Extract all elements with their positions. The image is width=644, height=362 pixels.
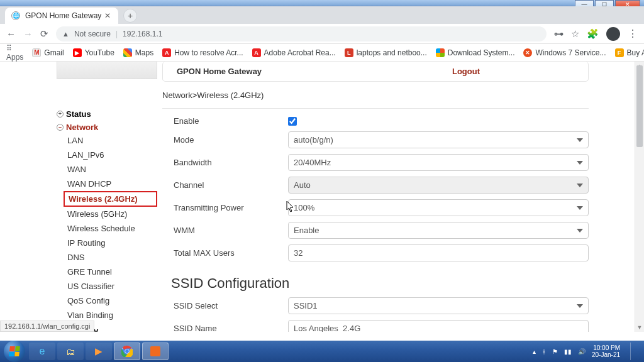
- ssid-name-label: SSID Name: [162, 324, 288, 332]
- bookmark-star-icon[interactable]: ☆: [571, 28, 579, 40]
- ssid-name-input[interactable]: [288, 320, 589, 332]
- network-icon[interactable]: ▮▮: [564, 348, 572, 355]
- profile-avatar[interactable]: [606, 27, 620, 41]
- ssid-select[interactable]: SSID1: [288, 297, 589, 314]
- wmp-icon: ▶: [95, 346, 103, 357]
- sidebar-item-wireless-schedule[interactable]: Wireless Schedule: [64, 221, 157, 236]
- maxusers-label: Total MAX Users: [162, 248, 288, 258]
- page-content: GPON Home Gateway Logout Network>Wireles…: [0, 62, 644, 332]
- chrome-icon: [121, 346, 133, 357]
- collapse-minus-icon: [57, 124, 64, 131]
- wmm-label: WMM: [162, 226, 288, 235]
- bookmark-gmail[interactable]: MGmail: [32, 48, 64, 57]
- page-scrollbar[interactable]: ▲ ▼: [635, 62, 644, 332]
- logo-area: [57, 62, 157, 79]
- sidebar-nav: Status Network LAN LAN_IPv6 WAN WAN DHCP…: [57, 106, 157, 332]
- taskbar-app[interactable]: [142, 343, 169, 360]
- bluetooth-icon[interactable]: ᚼ: [542, 348, 546, 355]
- system-tray[interactable]: ▴ ᚼ ⚑ ▮▮ 🔊 10:00 PM 20-Jan-21: [533, 343, 640, 360]
- page-title: GPON Home Gateway: [177, 67, 262, 76]
- sidebar-item-lan[interactable]: LAN: [64, 133, 157, 148]
- apps-button[interactable]: ⠿ Apps: [6, 44, 23, 62]
- channel-label: Channel: [162, 180, 288, 190]
- sidebar-item-wan[interactable]: WAN: [64, 162, 157, 177]
- not-secure-icon: ▲: [62, 30, 69, 38]
- ssid-select-label: SSID Select: [162, 301, 288, 310]
- wmm-select[interactable]: Enable: [288, 222, 589, 239]
- url-text: 192.168.1.1: [123, 30, 162, 38]
- sidebar-item-gre-tunnel[interactable]: GRE Tunnel: [64, 265, 157, 279]
- bandwidth-label: Bandwidth: [162, 158, 288, 167]
- status-bar-url: 192.168.1.1/wlan_config.cgi: [0, 321, 94, 332]
- gmail-icon: M: [32, 48, 41, 57]
- ssid-section-heading: SSID Configuration: [171, 275, 589, 292]
- globe-icon: 🌐: [11, 11, 20, 20]
- expand-plus-icon: [57, 111, 64, 118]
- bookmark-adobe-reader[interactable]: AAdobe Acrobat Rea...: [252, 48, 336, 57]
- taskbar-media-player[interactable]: ▶: [86, 343, 112, 360]
- scroll-thumb[interactable]: [636, 65, 643, 147]
- sidebar-item-dns[interactable]: DNS: [64, 250, 157, 265]
- adobe-icon: A: [252, 48, 261, 57]
- taskbar-explorer[interactable]: 🗂: [57, 343, 84, 360]
- show-desktop-button[interactable]: [630, 343, 636, 360]
- txpower-label: Transmitting Power: [162, 203, 288, 212]
- ie-icon: e: [40, 346, 45, 357]
- enable-checkbox[interactable]: [288, 117, 297, 126]
- forward-button[interactable]: →: [23, 28, 33, 39]
- extensions-puzzle-icon[interactable]: 🧩: [587, 28, 599, 40]
- scroll-down-arrow-icon[interactable]: ▼: [635, 323, 644, 332]
- error-icon: ✕: [523, 48, 532, 57]
- start-button[interactable]: [4, 341, 25, 362]
- bookmark-ms-download[interactable]: Download System...: [436, 48, 515, 57]
- bookmark-youtube[interactable]: ▶YouTube: [73, 48, 114, 57]
- sidebar-item-lan-ipv6[interactable]: LAN_IPv6: [64, 148, 157, 162]
- mode-select[interactable]: auto(b/g/n): [288, 131, 589, 148]
- mouse-cursor-icon: [286, 200, 295, 213]
- security-label: Not secure: [74, 30, 111, 38]
- lenovo-icon: L: [345, 48, 353, 57]
- new-tab-button[interactable]: +: [123, 9, 137, 23]
- main-form: Enable Mode auto(b/g/n) Bandwidth 20/40M…: [162, 108, 589, 332]
- address-bar[interactable]: ▲ Not secure | 192.168.1.1: [56, 26, 547, 41]
- taskbar-chrome[interactable]: [114, 343, 140, 360]
- bookmark-laptops[interactable]: Llaptops and netboo...: [345, 48, 427, 57]
- taskbar: e 🗂 ▶ ▴ ᚼ ⚑ ▮▮ 🔊 10:00 PM 20-Jan-21: [0, 341, 644, 362]
- reload-button[interactable]: ⟳: [40, 28, 48, 40]
- flipkart-icon: F: [615, 48, 624, 57]
- bookmark-maps[interactable]: Maps: [123, 48, 153, 57]
- taskbar-ie[interactable]: e: [29, 343, 55, 360]
- tray-chevron-up-icon[interactable]: ▴: [533, 348, 536, 355]
- sidebar-item-qos-config[interactable]: QoS Config: [64, 293, 157, 308]
- logout-link[interactable]: Logout: [452, 67, 480, 76]
- flag-icon[interactable]: ⚑: [552, 348, 558, 355]
- bandwidth-select[interactable]: 20/40MHz: [288, 154, 589, 171]
- mode-label: Mode: [162, 135, 288, 145]
- enable-label: Enable: [162, 116, 288, 126]
- bookmark-buy-acer[interactable]: FBuy Acer 39.62 cm (...: [615, 48, 644, 57]
- router-header: GPON Home Gateway Logout: [162, 62, 589, 82]
- sidebar-item-wireless-24ghz[interactable]: Wireless (2.4GHz): [64, 191, 157, 207]
- sidebar-section-network[interactable]: Network: [57, 123, 157, 132]
- sidebar-item-wan-dhcp[interactable]: WAN DHCP: [64, 177, 157, 191]
- tab-close-icon[interactable]: ✕: [103, 11, 112, 20]
- tray-clock[interactable]: 10:00 PM 20-Jan-21: [592, 344, 620, 358]
- bookmark-win7-service[interactable]: ✕Windows 7 Service...: [523, 48, 606, 57]
- browser-toolbar: ← → ⟳ ▲ Not secure | 192.168.1.1 ⊶ ☆ 🧩 ⋮: [0, 24, 644, 44]
- back-button[interactable]: ←: [6, 28, 16, 39]
- sidebar-item-wireless-5ghz[interactable]: Wireless (5GHz): [64, 207, 157, 221]
- sidebar-section-status[interactable]: Status: [57, 109, 157, 119]
- windows-logo-icon: [9, 346, 20, 356]
- channel-select[interactable]: Auto: [288, 177, 589, 194]
- bookmark-adobe-resolve[interactable]: AHow to resolve Acr...: [162, 48, 243, 57]
- menu-dots-icon[interactable]: ⋮: [628, 31, 638, 37]
- key-icon[interactable]: ⊶: [554, 28, 564, 40]
- microsoft-icon: [436, 48, 445, 57]
- speaker-icon[interactable]: 🔊: [578, 348, 586, 355]
- sidebar-item-us-classifier[interactable]: US Classifier: [64, 279, 157, 293]
- youtube-icon: ▶: [73, 48, 82, 57]
- maxusers-input[interactable]: [288, 244, 589, 261]
- txpower-select[interactable]: 100%: [288, 199, 589, 216]
- sidebar-item-ip-routing[interactable]: IP Routing: [64, 236, 157, 250]
- browser-tab[interactable]: 🌐 GPON Home Gateway ✕: [5, 8, 118, 24]
